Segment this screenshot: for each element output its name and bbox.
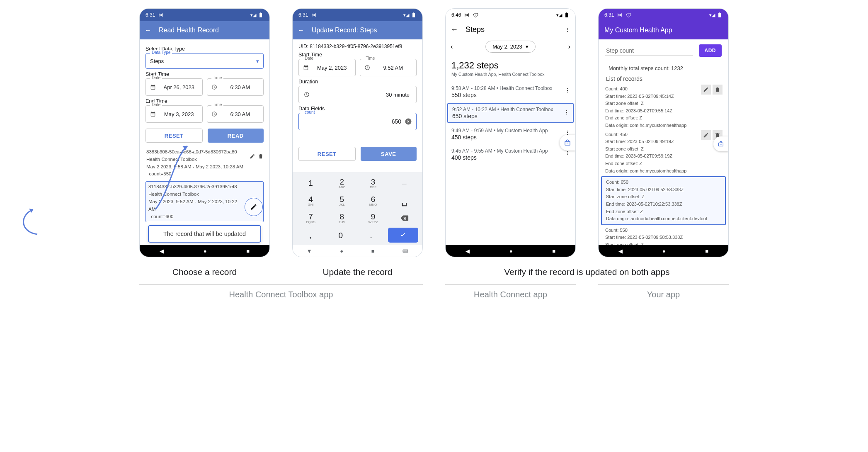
nav-keyboard-icon[interactable]: ⌨ [402,249,408,253]
edit-button[interactable] [701,85,711,95]
delete-icon [715,87,720,92]
key-4[interactable]: 4GHI [295,192,326,209]
end-time-input[interactable]: Time 6:30 AM [207,105,264,123]
nav-back-icon[interactable]: ◀ [618,248,623,254]
key-backspace[interactable] [389,209,420,227]
custom-record-2: Count: 450Start time: 2023-05-02T09:49:1… [599,130,728,176]
start-time-input[interactable]: Time 6:30 AM [207,78,264,96]
nav-bar: ◀ ● ■ [140,245,269,257]
toolbox-fab[interactable] [713,136,728,151]
sub-caption-2: Health Connect app [445,284,576,299]
key-done[interactable] [388,228,418,243]
nav-bar: ◀ ● ■ [599,245,728,257]
time-input[interactable]: Time 9:52 AM [360,59,417,76]
toolbox-icon [564,139,571,146]
date-input[interactable]: Date May 2, 2023 [298,59,356,76]
uid-label: UID: 81184332-b329-4f05-8796-2e3913951ef… [298,44,417,49]
key-3[interactable]: 3DEF [358,175,389,192]
edit-button-highlight[interactable] [245,198,263,216]
toolbox-fab[interactable] [560,135,575,151]
gmail-icon: ⋈ [617,12,622,18]
key-space[interactable]: ␣ [389,192,420,209]
count-value: 650 [392,118,401,125]
key-6[interactable]: 6MNO [358,192,389,209]
more-icon[interactable] [565,27,570,33]
phone-update-record: 6:31⋈ ▾◢ ← Update Record: Steps UID: 811… [292,8,423,257]
reset-button[interactable]: RESET [145,129,203,143]
more-icon[interactable] [565,150,570,156]
monthly-total: Monthly total steps count: 1232 [609,65,728,71]
check-icon [399,231,407,239]
nav-back-icon[interactable]: ◀ [466,248,470,254]
end-date-input[interactable]: Date May 3, 2023 [145,105,203,123]
status-time: 6:46 [451,12,461,18]
start-date-input[interactable]: Date Apr 26, 2023 [145,78,203,96]
delete-icon[interactable] [258,153,264,159]
page-title: My Custom Health App [604,27,672,34]
status-right: ▾◢ [250,12,264,18]
count-input[interactable]: count 650 [298,113,417,130]
nav-recent-icon[interactable]: ■ [705,248,708,254]
reset-button[interactable]: RESET [298,147,356,161]
app-bar: My Custom Health App [599,21,728,39]
nav-back-icon[interactable]: ◀ [160,248,164,254]
calendar-icon [303,65,309,70]
sub-caption-3: Your app [598,284,729,299]
clock-icon [364,65,370,70]
edit-icon[interactable] [250,153,255,159]
more-icon[interactable] [564,109,570,115]
key-9[interactable]: 9WXYZ [358,209,389,227]
nav-home-icon[interactable]: ● [204,248,207,254]
key-0[interactable]: 0 [325,227,356,244]
app-bar: ← Read Health Record [140,21,269,39]
next-day-icon[interactable]: › [568,43,570,51]
list-heading: List of records [606,75,728,82]
more-icon[interactable] [565,87,570,93]
back-icon[interactable]: ← [298,27,304,34]
caption-1: Choose a record [139,267,270,277]
entry-3: 9:49 AM - 9:59 AM • My Custom Health App… [446,124,575,144]
nav-recent-icon[interactable]: ■ [552,248,555,254]
save-button[interactable]: SAVE [361,147,417,161]
date-pick-button[interactable]: May 2, 2023 ▾ [485,41,536,53]
sub-caption-1: Health Connect Toolbox app [139,284,423,299]
key-8[interactable]: 8TUV [326,209,357,227]
add-button[interactable]: ADD [699,44,722,57]
step-count-input[interactable] [605,46,693,56]
data-type-value: Steps [150,58,164,64]
summary: 1,232 steps My Custom Health App, Health… [446,58,575,82]
key-5[interactable]: 5JKL [326,192,357,209]
nav-ime-icon[interactable]: ▼ [307,248,312,254]
edit-button[interactable] [701,130,711,140]
toolbox-icon [718,141,724,147]
heart-icon [473,12,478,18]
nav-home-icon[interactable]: ● [509,248,513,254]
key-1[interactable]: 1 [295,175,326,192]
key-comma[interactable]: , [295,227,325,244]
gmail-icon: ⋈ [311,12,316,18]
annotation-arrow-callout [15,203,48,236]
read-button[interactable]: READ [208,129,264,143]
data-type-select[interactable]: Data Type Steps ▾ [145,53,264,69]
edit-icon [250,203,257,211]
duration-input[interactable]: 30 minute [298,86,417,103]
clear-icon[interactable] [405,118,412,125]
nav-home-icon[interactable]: ● [662,248,666,254]
nav-recent-icon[interactable]: ■ [246,248,250,254]
back-icon[interactable]: ← [145,27,151,34]
custom-record-1: Count: 400Start time: 2023-05-02T09:45:1… [599,85,728,130]
prev-day-icon[interactable]: ‹ [451,43,453,51]
nav-home-icon[interactable]: ● [340,248,343,254]
delete-button[interactable] [713,85,723,95]
data-type-legend: Data Type [150,50,172,55]
back-icon[interactable]: ← [451,25,458,34]
date-picker-row: ‹ May 2, 2023 ▾ › [451,41,570,53]
clock-icon [211,84,217,90]
key-dot[interactable]: . [356,227,386,244]
key-dash[interactable]: – [389,175,420,192]
nav-recent-icon[interactable]: ■ [371,248,375,254]
callout-tooltip: The record that will be updated [148,225,261,243]
key-2[interactable]: 2ABC [326,175,357,192]
key-7[interactable]: 7PQRS [295,209,326,227]
edit-icon [703,132,709,138]
